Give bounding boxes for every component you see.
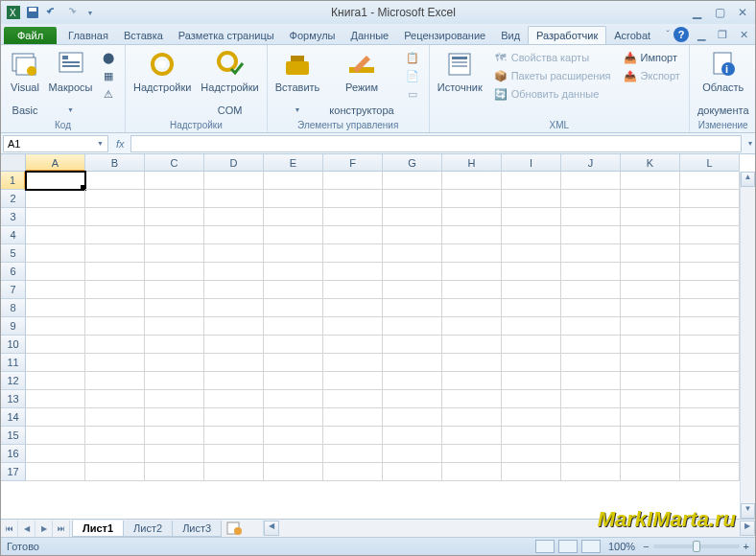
row-header[interactable]: 8 (1, 299, 26, 317)
cell[interactable] (621, 208, 680, 226)
cell[interactable] (85, 172, 145, 190)
cell[interactable] (502, 190, 561, 208)
formula-input[interactable] (130, 135, 742, 152)
fx-button[interactable]: fx (110, 138, 130, 150)
tab-вид[interactable]: Вид (493, 27, 528, 44)
cell[interactable] (442, 463, 502, 481)
cell[interactable] (502, 226, 561, 244)
cell[interactable] (561, 281, 621, 299)
cell[interactable] (204, 190, 264, 208)
row-header[interactable]: 14 (1, 408, 26, 427)
cell[interactable] (383, 172, 442, 190)
cell[interactable] (383, 427, 442, 445)
cell[interactable] (204, 244, 264, 263)
cell[interactable] (145, 427, 204, 445)
cell[interactable] (85, 299, 145, 317)
cell[interactable] (442, 299, 502, 317)
cell[interactable] (680, 463, 740, 481)
cell[interactable] (621, 299, 680, 317)
cell[interactable] (621, 427, 680, 445)
cell[interactable] (85, 372, 145, 390)
cell[interactable] (323, 354, 383, 372)
macro-security-button[interactable]: ⚠ (98, 85, 119, 103)
sheet-prev-button[interactable]: ◀ (18, 521, 35, 537)
cell[interactable] (204, 172, 264, 190)
cell[interactable] (264, 354, 323, 372)
cell[interactable] (383, 445, 442, 463)
cell[interactable] (442, 336, 502, 354)
tab-данные[interactable]: Данные (343, 27, 396, 44)
record-macro-button[interactable]: ⬤ (98, 49, 119, 66)
cell[interactable] (26, 244, 85, 263)
cell[interactable] (85, 244, 145, 263)
cell[interactable] (502, 408, 561, 427)
cell[interactable] (264, 317, 323, 336)
cell[interactable] (323, 427, 383, 445)
cell[interactable] (502, 208, 561, 226)
cell[interactable] (680, 190, 740, 208)
cell[interactable] (442, 226, 502, 244)
row-header[interactable]: 6 (1, 263, 26, 281)
cell[interactable] (323, 390, 383, 408)
cell[interactable] (561, 299, 621, 317)
cell[interactable] (442, 208, 502, 226)
column-header[interactable]: J (561, 154, 621, 172)
cell[interactable] (621, 190, 680, 208)
zoom-level[interactable]: 100% (608, 541, 635, 552)
visual-basic-button[interactable]: VisualBasic (5, 47, 45, 118)
cell[interactable] (442, 190, 502, 208)
cell[interactable] (680, 317, 740, 336)
save-button[interactable] (24, 4, 41, 21)
cell[interactable] (621, 336, 680, 354)
cell[interactable] (502, 263, 561, 281)
cell[interactable] (264, 281, 323, 299)
cell[interactable] (621, 172, 680, 190)
cell-area[interactable] (26, 172, 740, 519)
cell[interactable] (621, 263, 680, 281)
cell[interactable] (561, 408, 621, 427)
cell[interactable] (383, 226, 442, 244)
excel-icon[interactable]: X (5, 4, 22, 21)
cell[interactable] (323, 317, 383, 336)
column-header[interactable]: C (145, 154, 204, 172)
cell[interactable] (85, 354, 145, 372)
cell[interactable] (383, 263, 442, 281)
cell[interactable] (85, 463, 145, 481)
cell[interactable] (323, 463, 383, 481)
cell[interactable] (561, 445, 621, 463)
cell[interactable] (561, 226, 621, 244)
cell[interactable] (85, 281, 145, 299)
cell[interactable] (383, 299, 442, 317)
document-panel-button[interactable]: i Областьдокумента (694, 47, 753, 118)
minimize-button[interactable]: ▁ (688, 5, 705, 20)
cell[interactable] (145, 281, 204, 299)
cell[interactable] (442, 427, 502, 445)
cell[interactable] (264, 172, 323, 190)
cell[interactable] (323, 372, 383, 390)
scroll-down-button[interactable]: ▼ (741, 503, 755, 519)
cell[interactable] (561, 317, 621, 336)
workbook-close-button[interactable]: ✕ (735, 27, 752, 42)
cell[interactable] (383, 354, 442, 372)
sheet-next-button[interactable]: ▶ (35, 521, 53, 537)
cell[interactable] (502, 427, 561, 445)
cell[interactable] (145, 372, 204, 390)
cell[interactable] (204, 445, 264, 463)
macros-button[interactable]: Макросы▼ (47, 47, 94, 118)
cell[interactable] (26, 372, 85, 390)
cell[interactable] (145, 244, 204, 263)
cell[interactable] (442, 263, 502, 281)
cell[interactable] (204, 354, 264, 372)
column-header[interactable]: F (323, 154, 383, 172)
scroll-right-button[interactable]: ▶ (740, 521, 755, 536)
cell[interactable] (383, 317, 442, 336)
cell[interactable] (383, 190, 442, 208)
cell[interactable] (204, 427, 264, 445)
cell[interactable] (323, 445, 383, 463)
cell[interactable] (145, 226, 204, 244)
cell[interactable] (561, 172, 621, 190)
undo-button[interactable] (43, 4, 60, 21)
cell[interactable] (204, 372, 264, 390)
cell[interactable] (680, 354, 740, 372)
cell[interactable] (204, 390, 264, 408)
